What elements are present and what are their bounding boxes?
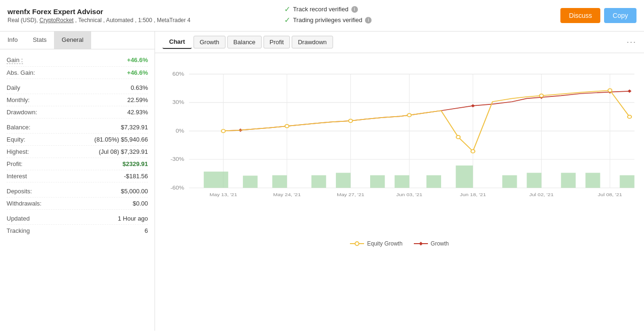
chart-tab-drawdown[interactable]: Drawdown [292,36,333,48]
chart-tab-chart[interactable]: Chart [163,35,192,49]
monthly-label: Monthly: [7,96,30,103]
legend-equity-label: Equity Growth [367,240,402,247]
withdrawals-label: Withdrawals: [7,200,41,207]
svg-point-48 [285,125,289,128]
chart-tab-balance[interactable]: Balance [227,36,262,48]
app-subtitle: Real (USD), CryptoRocket , Technical , A… [8,17,284,24]
balance-label: Balance: [7,124,31,131]
deposits-value: $5,000.00 [121,188,148,195]
drawdown-value: 42.93% [127,109,148,116]
stat-highest: Highest: (Jul 08) $7,329.91 [7,146,148,158]
withdrawals-value: $0.00 [132,200,148,207]
header-actions: Discuss Copy [560,8,636,23]
equity-label: Equity: [7,136,25,143]
more-options-icon[interactable]: ··· [627,37,636,47]
legend-growth-label: Growth [431,240,449,247]
svg-rect-25 [243,175,257,188]
sidebar: Info Stats General Gain : +46.6% Abs. Ga… [0,32,155,331]
discuss-button[interactable]: Discuss [560,8,600,23]
svg-point-54 [608,89,612,92]
sidebar-tab-general[interactable]: General [54,32,91,49]
svg-point-57 [355,242,359,246]
verified-track: ✓ Track record verified i [284,5,561,14]
deposits-label: Deposits: [7,188,32,195]
app-title: wrenfx Forex Expert Advisor [8,8,284,16]
svg-rect-35 [561,173,575,188]
header-left: wrenfx Forex Expert Advisor Real (USD), … [8,8,284,24]
profit-label: Profit: [7,160,23,167]
sidebar-tab-info[interactable]: Info [0,32,25,49]
svg-point-47 [221,129,225,133]
svg-marker-59 [419,242,423,246]
svg-rect-34 [527,173,541,188]
svg-text:60%: 60% [172,71,184,77]
svg-rect-24 [204,172,228,188]
gain-value: +46.6% [127,56,148,63]
info-icon-1[interactable]: i [351,6,358,13]
profit-value: $2329.91 [123,160,148,167]
chart-tabs: Chart Growth Balance Profit Drawdown ··· [155,32,644,53]
stat-profit: Profit: $2329.91 [7,158,148,170]
svg-point-55 [628,115,631,119]
info-icon-2[interactable]: i [365,17,372,24]
stat-gain: Gain : +46.6% [7,54,148,67]
tracking-value: 6 [145,227,148,234]
svg-point-49 [349,119,352,122]
abs-gain-label: Abs. Gain: [7,69,35,76]
stat-withdrawals: Withdrawals: $0.00 [7,198,148,210]
svg-point-50 [407,113,411,117]
highest-value: (Jul 08) $7,329.91 [99,148,148,155]
svg-rect-29 [370,175,385,188]
legend-growth: Growth [414,240,449,247]
chart-content: Chart Growth Balance Profit Drawdown ···… [155,32,644,331]
stat-deposits: Deposits: $5,000.00 [7,185,148,198]
interest-value: -$181.56 [124,173,148,180]
interest-label: Interest [7,173,27,180]
daily-value: 0.63% [131,84,148,91]
chart-tab-profit[interactable]: Profit [264,36,290,48]
svg-text:May 24, '21: May 24, '21 [273,192,301,197]
svg-text:Jul 02, '21: Jul 02, '21 [529,192,554,197]
chart-tab-growth[interactable]: Growth [194,36,225,48]
broker-link[interactable]: CryptoRocket [39,17,74,24]
svg-rect-28 [336,173,350,188]
svg-text:Jul 08, '21: Jul 08, '21 [598,192,622,197]
updated-value: 1 Hour ago [118,215,148,222]
svg-text:-30%: -30% [171,157,184,162]
chart-area: 60% 30% 0% -30% -60% May 13, '21 May 24,… [155,53,644,331]
tracking-label: Tracking [7,227,30,234]
svg-rect-27 [311,175,326,188]
header: wrenfx Forex Expert Advisor Real (USD), … [0,0,644,32]
highest-label: Highest: [7,148,29,155]
sidebar-tab-stats[interactable]: Stats [25,32,54,49]
verified-trading-label: Trading privileges verified [293,16,363,24]
monthly-value: 22.59% [127,96,148,103]
svg-text:30%: 30% [172,100,184,105]
daily-label: Daily [7,84,20,91]
stat-equity: Equity: (81.05%) $5,940.66 [7,134,148,146]
svg-text:May 27, '21: May 27, '21 [337,192,365,197]
verified-trading: ✓ Trading privileges verified i [284,16,561,24]
svg-point-52 [471,150,475,153]
svg-text:May 13, '21: May 13, '21 [209,192,237,197]
main-chart-svg: 60% 30% 0% -30% -60% May 13, '21 May 24,… [160,58,639,237]
verified-track-label: Track record verified [293,6,349,13]
svg-point-53 [539,94,543,97]
svg-marker-46 [628,89,631,93]
svg-rect-30 [395,175,409,188]
svg-marker-43 [471,104,475,107]
stat-interest: Interest -$181.56 [7,170,148,182]
check-icon-1: ✓ [284,5,290,14]
svg-text:-60%: -60% [171,185,184,190]
stat-monthly: Monthly: 22.59% [7,94,148,106]
verified-badges: ✓ Track record verified i ✓ Trading priv… [284,5,561,26]
stat-balance: Balance: $7,329.91 [7,121,148,134]
check-icon-2: ✓ [284,16,290,24]
copy-button[interactable]: Copy [604,8,636,23]
legend-equity-growth: Equity Growth [350,240,402,247]
stat-drawdown: Drawdown: 42.93% [7,106,148,119]
svg-point-51 [456,135,460,139]
equity-value: (81.05%) $5,940.66 [94,136,148,143]
sidebar-tabs: Info Stats General [0,32,155,49]
gain-label: Gain : [7,56,23,64]
